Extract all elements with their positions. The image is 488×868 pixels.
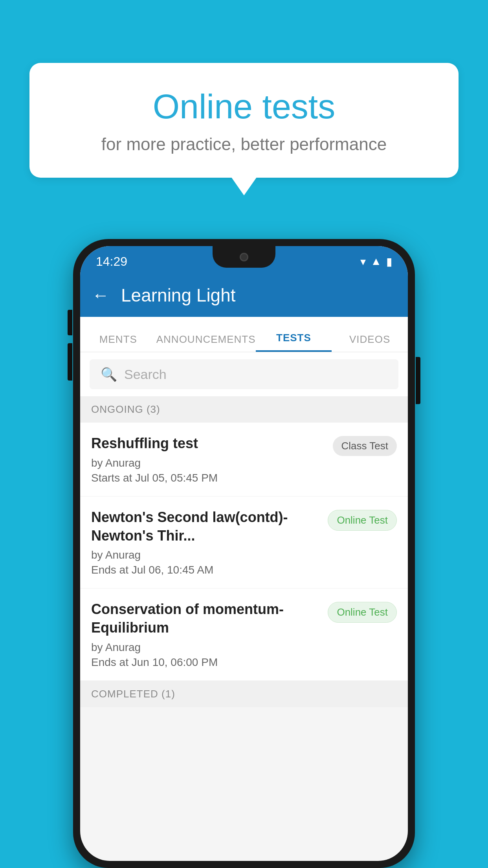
tab-ments[interactable]: MENTS (80, 317, 156, 352)
search-placeholder: Search (124, 367, 167, 382)
vol-down-button (68, 343, 72, 369)
wifi-icon: ▾ (360, 255, 366, 268)
search-icon: 🔍 (101, 366, 117, 382)
tab-announcements[interactable]: ANNOUNCEMENTS (156, 317, 256, 352)
phone-mockup: 14:29 ▾ ▲ ▮ ← Learning Light MENTS ANNOU… (73, 239, 415, 868)
front-camera (240, 253, 248, 261)
test-badge: Class Test (333, 436, 397, 456)
completed-section-label: COMPLETED (1) (80, 681, 408, 707)
test-info: Reshuffling test by Anurag Starts at Jul… (91, 434, 333, 484)
bubble-title: Online tests (49, 86, 439, 127)
test-list: Reshuffling test by Anurag Starts at Jul… (80, 423, 408, 681)
test-name: Reshuffling test (91, 434, 325, 453)
test-item[interactable]: Reshuffling test by Anurag Starts at Jul… (80, 423, 408, 497)
app-bar: ← Learning Light (80, 274, 408, 317)
status-time: 14:29 (96, 254, 127, 269)
phone-outer: 14:29 ▾ ▲ ▮ ← Learning Light MENTS ANNOU… (73, 239, 415, 868)
phone-screen: 14:29 ▾ ▲ ▮ ← Learning Light MENTS ANNOU… (80, 246, 408, 861)
test-by: by Anurag (91, 641, 320, 654)
back-button[interactable]: ← (92, 285, 109, 305)
tabs-bar: MENTS ANNOUNCEMENTS TESTS VIDEOS (80, 317, 408, 352)
test-by: by Anurag (91, 457, 325, 469)
test-item[interactable]: Newton's Second law(contd)-Newton's Thir… (80, 497, 408, 589)
phone-notch (213, 246, 275, 268)
tab-videos[interactable]: VIDEOS (332, 317, 408, 352)
tab-tests[interactable]: TESTS (256, 317, 332, 352)
battery-icon: ▮ (386, 255, 392, 268)
test-by: by Anurag (91, 549, 320, 561)
test-name: Conservation of momentum-Equilibrium (91, 600, 320, 637)
test-item[interactable]: Conservation of momentum-Equilibrium by … (80, 588, 408, 681)
test-badge: Online Test (328, 510, 397, 531)
status-icons: ▾ ▲ ▮ (360, 255, 392, 268)
test-badge: Online Test (328, 602, 397, 623)
test-date: Starts at Jul 05, 05:45 PM (91, 472, 325, 484)
app-bar-title: Learning Light (121, 285, 236, 306)
search-container: 🔍 Search (80, 352, 408, 396)
test-info: Conservation of momentum-Equilibrium by … (91, 600, 328, 669)
promo-bubble: Online tests for more practice, better p… (29, 63, 459, 178)
test-info: Newton's Second law(contd)-Newton's Thir… (91, 508, 328, 577)
signal-icon: ▲ (371, 255, 382, 268)
vol-up-button (68, 310, 72, 335)
ongoing-section-label: ONGOING (3) (80, 396, 408, 423)
search-bar[interactable]: 🔍 Search (90, 359, 398, 389)
bubble-subtitle: for more practice, better performance (49, 134, 439, 154)
test-date: Ends at Jun 10, 06:00 PM (91, 656, 320, 669)
test-date: Ends at Jul 06, 10:45 AM (91, 564, 320, 576)
test-name: Newton's Second law(contd)-Newton's Thir… (91, 508, 320, 545)
